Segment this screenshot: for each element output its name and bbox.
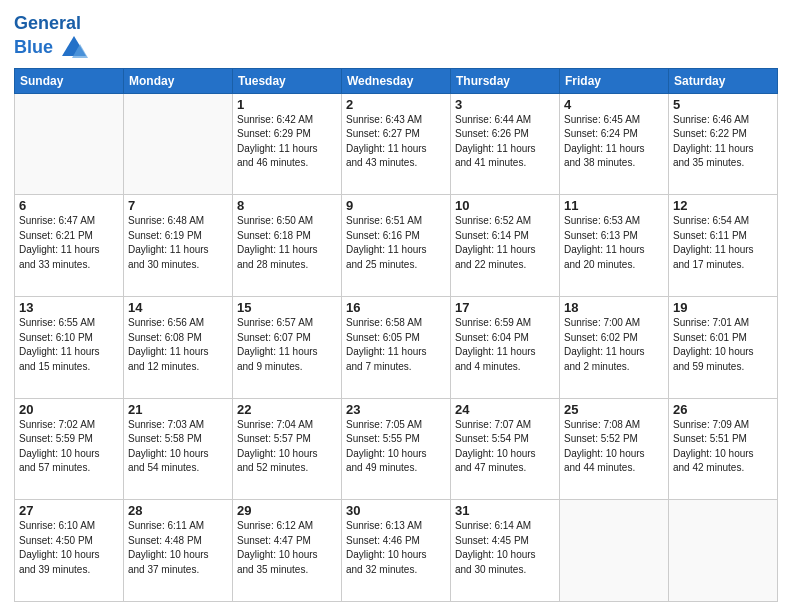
day-info: Sunrise: 6:46 AMSunset: 6:22 PMDaylight:… <box>673 113 773 171</box>
header: General Blue <box>14 10 778 62</box>
day-number: 21 <box>128 402 228 417</box>
day-info: Sunrise: 7:01 AMSunset: 6:01 PMDaylight:… <box>673 316 773 374</box>
day-info: Sunrise: 6:58 AMSunset: 6:05 PMDaylight:… <box>346 316 446 374</box>
day-number: 20 <box>19 402 119 417</box>
day-info: Sunrise: 7:09 AMSunset: 5:51 PMDaylight:… <box>673 418 773 476</box>
day-cell: 2Sunrise: 6:43 AMSunset: 6:27 PMDaylight… <box>342 93 451 195</box>
day-cell: 6Sunrise: 6:47 AMSunset: 6:21 PMDaylight… <box>15 195 124 297</box>
day-cell <box>560 500 669 602</box>
day-cell: 9Sunrise: 6:51 AMSunset: 6:16 PMDaylight… <box>342 195 451 297</box>
day-cell: 3Sunrise: 6:44 AMSunset: 6:26 PMDaylight… <box>451 93 560 195</box>
weekday-header-row: SundayMondayTuesdayWednesdayThursdayFrid… <box>15 68 778 93</box>
day-number: 2 <box>346 97 446 112</box>
day-number: 1 <box>237 97 337 112</box>
day-info: Sunrise: 6:42 AMSunset: 6:29 PMDaylight:… <box>237 113 337 171</box>
weekday-tuesday: Tuesday <box>233 68 342 93</box>
day-number: 24 <box>455 402 555 417</box>
week-row-3: 13Sunrise: 6:55 AMSunset: 6:10 PMDayligh… <box>15 297 778 399</box>
day-cell: 21Sunrise: 7:03 AMSunset: 5:58 PMDayligh… <box>124 398 233 500</box>
day-number: 16 <box>346 300 446 315</box>
day-number: 12 <box>673 198 773 213</box>
day-number: 31 <box>455 503 555 518</box>
day-number: 27 <box>19 503 119 518</box>
day-cell: 4Sunrise: 6:45 AMSunset: 6:24 PMDaylight… <box>560 93 669 195</box>
day-number: 5 <box>673 97 773 112</box>
day-number: 9 <box>346 198 446 213</box>
day-info: Sunrise: 6:53 AMSunset: 6:13 PMDaylight:… <box>564 214 664 272</box>
day-cell: 22Sunrise: 7:04 AMSunset: 5:57 PMDayligh… <box>233 398 342 500</box>
day-number: 23 <box>346 402 446 417</box>
week-row-4: 20Sunrise: 7:02 AMSunset: 5:59 PMDayligh… <box>15 398 778 500</box>
day-info: Sunrise: 6:55 AMSunset: 6:10 PMDaylight:… <box>19 316 119 374</box>
day-cell: 26Sunrise: 7:09 AMSunset: 5:51 PMDayligh… <box>669 398 778 500</box>
day-cell: 18Sunrise: 7:00 AMSunset: 6:02 PMDayligh… <box>560 297 669 399</box>
day-info: Sunrise: 6:14 AMSunset: 4:45 PMDaylight:… <box>455 519 555 577</box>
weekday-saturday: Saturday <box>669 68 778 93</box>
day-info: Sunrise: 7:05 AMSunset: 5:55 PMDaylight:… <box>346 418 446 476</box>
day-cell: 28Sunrise: 6:11 AMSunset: 4:48 PMDayligh… <box>124 500 233 602</box>
day-info: Sunrise: 7:00 AMSunset: 6:02 PMDaylight:… <box>564 316 664 374</box>
week-row-1: 1Sunrise: 6:42 AMSunset: 6:29 PMDaylight… <box>15 93 778 195</box>
logo-icon <box>60 34 88 62</box>
day-number: 30 <box>346 503 446 518</box>
logo: General Blue <box>14 14 88 62</box>
day-number: 14 <box>128 300 228 315</box>
day-cell: 8Sunrise: 6:50 AMSunset: 6:18 PMDaylight… <box>233 195 342 297</box>
day-cell <box>15 93 124 195</box>
day-cell: 31Sunrise: 6:14 AMSunset: 4:45 PMDayligh… <box>451 500 560 602</box>
day-number: 7 <box>128 198 228 213</box>
day-info: Sunrise: 7:08 AMSunset: 5:52 PMDaylight:… <box>564 418 664 476</box>
day-cell: 15Sunrise: 6:57 AMSunset: 6:07 PMDayligh… <box>233 297 342 399</box>
weekday-sunday: Sunday <box>15 68 124 93</box>
day-info: Sunrise: 6:48 AMSunset: 6:19 PMDaylight:… <box>128 214 228 272</box>
day-info: Sunrise: 6:45 AMSunset: 6:24 PMDaylight:… <box>564 113 664 171</box>
day-number: 11 <box>564 198 664 213</box>
day-cell: 17Sunrise: 6:59 AMSunset: 6:04 PMDayligh… <box>451 297 560 399</box>
day-cell: 7Sunrise: 6:48 AMSunset: 6:19 PMDaylight… <box>124 195 233 297</box>
week-row-2: 6Sunrise: 6:47 AMSunset: 6:21 PMDaylight… <box>15 195 778 297</box>
day-number: 4 <box>564 97 664 112</box>
day-number: 13 <box>19 300 119 315</box>
day-cell: 14Sunrise: 6:56 AMSunset: 6:08 PMDayligh… <box>124 297 233 399</box>
day-number: 25 <box>564 402 664 417</box>
day-info: Sunrise: 6:54 AMSunset: 6:11 PMDaylight:… <box>673 214 773 272</box>
day-info: Sunrise: 7:04 AMSunset: 5:57 PMDaylight:… <box>237 418 337 476</box>
logo-general: General <box>14 13 81 33</box>
day-number: 19 <box>673 300 773 315</box>
day-info: Sunrise: 7:02 AMSunset: 5:59 PMDaylight:… <box>19 418 119 476</box>
weekday-thursday: Thursday <box>451 68 560 93</box>
day-number: 8 <box>237 198 337 213</box>
day-info: Sunrise: 6:43 AMSunset: 6:27 PMDaylight:… <box>346 113 446 171</box>
day-number: 3 <box>455 97 555 112</box>
day-number: 29 <box>237 503 337 518</box>
day-info: Sunrise: 7:03 AMSunset: 5:58 PMDaylight:… <box>128 418 228 476</box>
day-info: Sunrise: 6:59 AMSunset: 6:04 PMDaylight:… <box>455 316 555 374</box>
day-number: 22 <box>237 402 337 417</box>
day-cell: 10Sunrise: 6:52 AMSunset: 6:14 PMDayligh… <box>451 195 560 297</box>
day-info: Sunrise: 6:11 AMSunset: 4:48 PMDaylight:… <box>128 519 228 577</box>
day-number: 28 <box>128 503 228 518</box>
day-cell: 19Sunrise: 7:01 AMSunset: 6:01 PMDayligh… <box>669 297 778 399</box>
day-cell: 23Sunrise: 7:05 AMSunset: 5:55 PMDayligh… <box>342 398 451 500</box>
day-cell: 12Sunrise: 6:54 AMSunset: 6:11 PMDayligh… <box>669 195 778 297</box>
logo-blue: Blue <box>14 37 53 57</box>
day-info: Sunrise: 6:44 AMSunset: 6:26 PMDaylight:… <box>455 113 555 171</box>
day-info: Sunrise: 6:47 AMSunset: 6:21 PMDaylight:… <box>19 214 119 272</box>
day-info: Sunrise: 6:52 AMSunset: 6:14 PMDaylight:… <box>455 214 555 272</box>
day-info: Sunrise: 6:57 AMSunset: 6:07 PMDaylight:… <box>237 316 337 374</box>
day-number: 18 <box>564 300 664 315</box>
calendar-table: SundayMondayTuesdayWednesdayThursdayFrid… <box>14 68 778 602</box>
day-info: Sunrise: 6:12 AMSunset: 4:47 PMDaylight:… <box>237 519 337 577</box>
day-number: 26 <box>673 402 773 417</box>
day-cell <box>669 500 778 602</box>
day-cell: 13Sunrise: 6:55 AMSunset: 6:10 PMDayligh… <box>15 297 124 399</box>
day-cell <box>124 93 233 195</box>
day-cell: 1Sunrise: 6:42 AMSunset: 6:29 PMDaylight… <box>233 93 342 195</box>
day-cell: 16Sunrise: 6:58 AMSunset: 6:05 PMDayligh… <box>342 297 451 399</box>
day-cell: 5Sunrise: 6:46 AMSunset: 6:22 PMDaylight… <box>669 93 778 195</box>
day-cell: 27Sunrise: 6:10 AMSunset: 4:50 PMDayligh… <box>15 500 124 602</box>
weekday-wednesday: Wednesday <box>342 68 451 93</box>
week-row-5: 27Sunrise: 6:10 AMSunset: 4:50 PMDayligh… <box>15 500 778 602</box>
day-cell: 24Sunrise: 7:07 AMSunset: 5:54 PMDayligh… <box>451 398 560 500</box>
day-info: Sunrise: 6:13 AMSunset: 4:46 PMDaylight:… <box>346 519 446 577</box>
